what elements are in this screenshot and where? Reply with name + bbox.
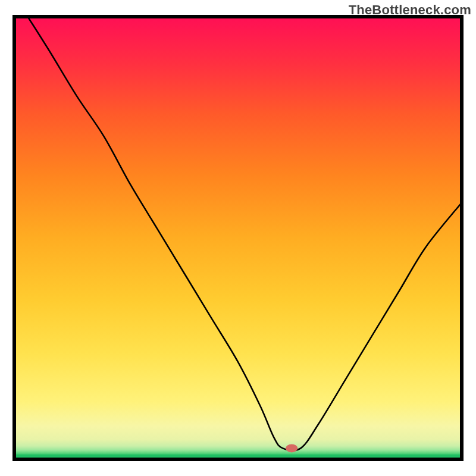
- watermark-label: TheBottleneck.com: [349, 2, 471, 18]
- optimal-marker: [286, 444, 298, 452]
- gradient-background: [14, 17, 462, 459]
- bottleneck-chart: [0, 0, 476, 476]
- chart-stage: TheBottleneck.com: [0, 0, 476, 476]
